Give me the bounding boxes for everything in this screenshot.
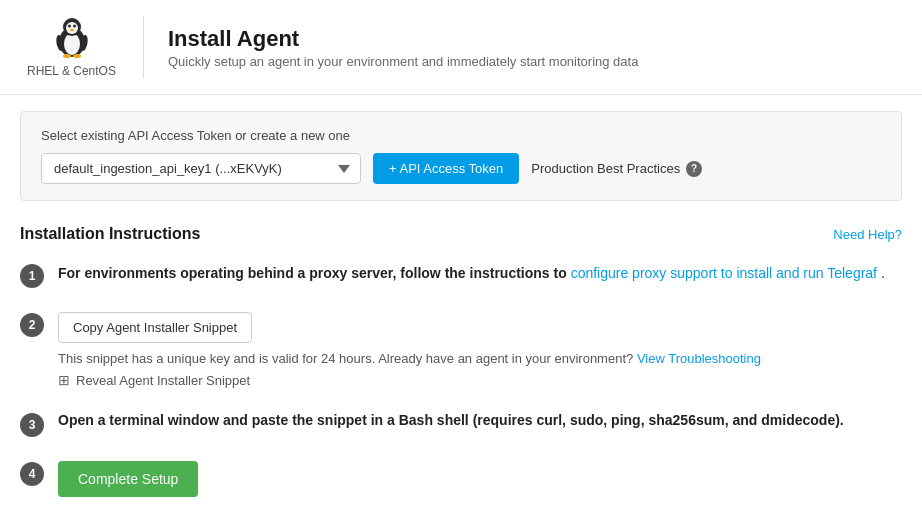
production-label: Production Best Practices — [531, 161, 680, 176]
svg-point-8 — [73, 54, 81, 58]
logo-section: RHEL & CentOS — [24, 16, 144, 78]
svg-point-5 — [73, 25, 76, 28]
step-4: 4 Complete Setup — [20, 461, 902, 497]
expand-icon: ⊞ — [58, 372, 70, 388]
step-number-2: 2 — [20, 313, 44, 337]
step-number-1: 1 — [20, 264, 44, 288]
step-number-3: 3 — [20, 413, 44, 437]
step-number-4: 4 — [20, 462, 44, 486]
view-troubleshooting-link[interactable]: View Troubleshooting — [637, 351, 761, 366]
snippet-info: This snippet has a unique key and is val… — [58, 351, 902, 366]
install-title: Installation Instructions — [20, 225, 200, 243]
production-best-practices-link[interactable]: Production Best Practices ? — [531, 161, 702, 177]
header-text: Install Agent Quickly setup an agent in … — [144, 26, 638, 69]
step-4-content: Complete Setup — [58, 461, 902, 497]
step-3: 3 Open a terminal window and paste the s… — [20, 412, 902, 437]
proxy-support-link[interactable]: configure proxy support to install and r… — [571, 265, 877, 281]
api-token-button[interactable]: + API Access Token — [373, 153, 519, 184]
help-icon[interactable]: ? — [686, 161, 702, 177]
api-controls: default_ingestion_api_key1 (...xEKVyK) +… — [41, 153, 881, 184]
install-header: Installation Instructions Need Help? — [20, 225, 902, 243]
step-1: 1 For environments operating behind a pr… — [20, 263, 902, 288]
header: RHEL & CentOS Install Agent Quickly setu… — [0, 0, 922, 95]
logo-label: RHEL & CentOS — [27, 64, 116, 78]
page-subtitle: Quickly setup an agent in your environme… — [168, 54, 638, 69]
penguin-icon — [52, 16, 92, 60]
svg-point-1 — [64, 33, 80, 55]
step-2: 2 Copy Agent Installer Snippet This snip… — [20, 312, 902, 388]
api-token-section: Select existing API Access Token or crea… — [20, 111, 902, 201]
step-1-content: For environments operating behind a prox… — [58, 263, 902, 284]
reveal-snippet-toggle[interactable]: ⊞ Reveal Agent Installer Snippet — [58, 372, 902, 388]
complete-setup-button[interactable]: Complete Setup — [58, 461, 198, 497]
step-3-content: Open a terminal window and paste the sni… — [58, 412, 902, 428]
svg-point-4 — [68, 25, 71, 28]
api-section-label: Select existing API Access Token or crea… — [41, 128, 881, 143]
step-1-text: For environments operating behind a prox… — [58, 265, 885, 281]
copy-snippet-button[interactable]: Copy Agent Installer Snippet — [58, 312, 252, 343]
need-help-link[interactable]: Need Help? — [833, 227, 902, 242]
snippet-info-text: This snippet has a unique key and is val… — [58, 351, 633, 366]
step-1-prefix: For environments operating behind a prox… — [58, 265, 571, 281]
svg-point-3 — [66, 22, 78, 34]
reveal-label: Reveal Agent Installer Snippet — [76, 373, 250, 388]
svg-point-6 — [70, 29, 74, 31]
step-1-suffix: . — [881, 265, 885, 281]
install-section: Installation Instructions Need Help? 1 F… — [0, 217, 922, 523]
step-2-content: Copy Agent Installer Snippet This snippe… — [58, 312, 902, 388]
step-3-text: Open a terminal window and paste the sni… — [58, 412, 902, 428]
svg-point-7 — [63, 54, 71, 58]
api-token-select[interactable]: default_ingestion_api_key1 (...xEKVyK) — [41, 153, 361, 184]
page-title: Install Agent — [168, 26, 638, 52]
